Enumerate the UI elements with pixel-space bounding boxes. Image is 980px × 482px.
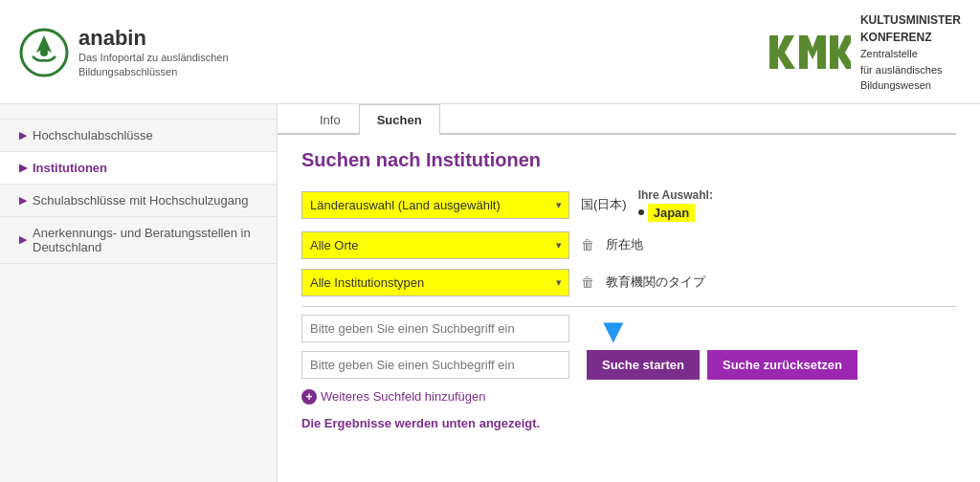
header: anabin Das Infoportal zu ausländischen B… <box>0 0 980 104</box>
logo-area: anabin Das Infoportal zu ausländischen B… <box>19 26 229 78</box>
svg-marker-4 <box>830 35 851 69</box>
svg-marker-3 <box>799 35 826 69</box>
buttons-row: ▼ Suche starten Suche zurücksetzen <box>579 350 858 380</box>
logo-text: anabin Das Infoportal zu ausländischen B… <box>78 26 229 78</box>
place-select-container: Alle Orte <box>301 231 569 259</box>
place-row: Alle Orte 🗑 所在地 <box>301 231 956 259</box>
svg-point-1 <box>40 49 48 56</box>
layout: ▶ Hochschulabschlüsse ▶ Institutionen ▶ … <box>0 104 980 483</box>
page-title: Suchen nach Institutionen <box>301 149 956 171</box>
logo-title: anabin <box>78 26 229 51</box>
arrow-icon: ▶ <box>19 233 27 246</box>
tab-info[interactable]: Info <box>301 104 359 135</box>
search-reset-button[interactable]: Suche zurücksetzen <box>707 350 858 380</box>
arrow-icon: ▶ <box>19 162 27 174</box>
sidebar-item-institutionen[interactable]: ▶ Institutionen <box>0 152 277 185</box>
sidebar-item-label: Anerkennungs- und Beratungsstellen in De… <box>33 226 262 254</box>
tabs: Info Suchen <box>278 104 956 135</box>
sidebar-item-hochschulabschlusse[interactable]: ▶ Hochschulabschlüsse <box>0 119 277 152</box>
plus-icon: + <box>301 389 317 405</box>
search-input-2[interactable] <box>301 351 569 379</box>
divider <box>301 306 956 307</box>
auswahl-value: Japan <box>648 204 696 222</box>
auswahl-label: Ihre Auswahl: <box>638 188 713 202</box>
search-row-2: ▼ Suche starten Suche zurücksetzen <box>301 350 956 380</box>
place-select[interactable]: Alle Orte <box>301 231 569 259</box>
search-start-button[interactable]: Suche starten <box>587 350 700 380</box>
country-select[interactable]: Länderauswahl (Land ausgewählt) <box>301 191 569 219</box>
country-japanese-label: 国(日本) <box>581 196 627 213</box>
auswahl-value-row: Japan <box>638 204 713 222</box>
results-text: Die Ergebnisse werden unten angezeigt. <box>301 416 540 430</box>
type-select[interactable]: Alle Institutionstypen <box>301 269 569 296</box>
sidebar: ▶ Hochschulabschlüsse ▶ Institutionen ▶ … <box>0 104 278 483</box>
anabin-logo-icon <box>19 28 69 77</box>
logo-subtitle: Das Infoportal zu ausländischen Bildungs… <box>78 51 229 78</box>
tab-suchen[interactable]: Suchen <box>359 104 440 135</box>
kmk-area: KULTUSMINISTER KONFERENZ Zentralstelle f… <box>765 11 961 94</box>
add-search-label: Weiteres Suchfeld hinzufügen <box>321 389 485 404</box>
add-search-button[interactable]: + Weiteres Suchfeld hinzufügen <box>301 389 956 405</box>
kmk-text: KULTUSMINISTER KONFERENZ Zentralstelle f… <box>860 11 961 94</box>
type-japanese-label: 教育機関のタイプ <box>606 274 705 291</box>
blue-arrow-icon: ▼ <box>596 314 631 348</box>
main-content: Info Suchen Suchen nach Institutionen Lä… <box>278 104 980 483</box>
sidebar-item-label: Institutionen <box>33 161 107 175</box>
type-row: Alle Institutionstypen 🗑 教育機関のタイプ <box>301 269 956 296</box>
bullet-icon <box>638 209 644 215</box>
place-japanese-label: 所在地 <box>606 236 643 253</box>
trash-icon-type[interactable]: 🗑 <box>581 274 594 290</box>
arrow-icon: ▶ <box>19 129 27 142</box>
search-input-1[interactable] <box>301 315 569 342</box>
sidebar-item-label: Hochschulabschlüsse <box>33 128 153 142</box>
sidebar-item-label: Schulabschlüsse mit Hochschulzugang <box>33 193 248 208</box>
sidebar-item-anerkennungs[interactable]: ▶ Anerkennungs- und Beratungsstellen in … <box>0 217 277 264</box>
auswahl-area: Ihre Auswahl: Japan <box>638 188 713 222</box>
country-select-container: Länderauswahl (Land ausgewählt) <box>301 191 569 219</box>
trash-icon[interactable]: 🗑 <box>581 237 594 252</box>
results-info: Die Ergebnisse werden unten angezeigt. <box>301 416 956 430</box>
arrow-icon: ▶ <box>19 194 27 207</box>
svg-marker-2 <box>769 35 795 69</box>
type-select-container: Alle Institutionstypen <box>301 269 569 296</box>
country-row: Länderauswahl (Land ausgewählt) 国(日本) Ih… <box>301 188 956 222</box>
sidebar-item-schulabschlusse[interactable]: ▶ Schulabschlüsse mit Hochschulzugang <box>0 185 277 217</box>
kmk-logo-icon <box>765 31 851 74</box>
